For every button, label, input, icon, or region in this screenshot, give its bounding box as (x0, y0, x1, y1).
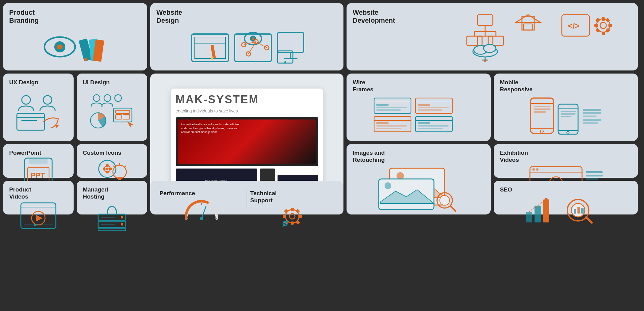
product-branding-card: Product Branding (3, 3, 147, 70)
svg-rect-195 (581, 208, 584, 214)
svg-rect-52 (602, 32, 605, 35)
svg-rect-125 (109, 168, 112, 170)
brand-tagline: enabling individuals to save lives (176, 108, 318, 113)
product-videos-icon (9, 200, 67, 231)
svg-line-130 (113, 166, 115, 167)
svg-rect-154 (586, 178, 598, 180)
seo-title: SEO (500, 186, 512, 193)
exhibition-videos-card: Exhibition Videos (494, 144, 638, 178)
product-branding-title: Product Branding (9, 9, 39, 25)
svg-rect-178 (283, 215, 286, 218)
svg-rect-193 (574, 209, 576, 214)
svg-marker-159 (36, 215, 43, 222)
svg-point-138 (385, 182, 391, 189)
svg-point-67 (115, 95, 121, 101)
svg-rect-86 (376, 122, 389, 124)
svg-rect-29 (477, 15, 493, 25)
product-branding-icons (9, 28, 141, 66)
svg-rect-91 (418, 122, 430, 124)
svg-rect-71 (123, 115, 130, 119)
wireframes-title: Wire Frames (353, 79, 374, 93)
svg-rect-176 (291, 208, 294, 211)
svg-point-60 (43, 96, 52, 104)
svg-marker-15 (211, 57, 214, 61)
custom-icons-card: Custom Icons (77, 144, 147, 178)
ui-design-icon (83, 86, 141, 137)
svg-point-170 (200, 217, 203, 220)
technical-support-title: Technical Support (250, 190, 334, 204)
svg-rect-187 (535, 206, 541, 222)
svg-rect-78 (376, 109, 401, 111)
svg-line-169 (201, 206, 206, 218)
managed-hosting-title: Managed Hosting (83, 186, 108, 200)
svg-point-161 (34, 224, 36, 226)
svg-line-143 (450, 206, 455, 211)
svg-rect-124 (103, 168, 105, 170)
exhibition-videos-title: Exhibition Videos (500, 150, 528, 164)
ux-design-title: UX Design (9, 79, 38, 86)
svg-rect-88 (376, 128, 401, 129)
svg-rect-14 (210, 44, 216, 59)
svg-text:</>: </> (568, 21, 580, 30)
ux-design-icon (9, 86, 67, 137)
svg-rect-180 (284, 209, 288, 213)
svg-point-189 (545, 198, 548, 201)
powerpoint-card: PowerPoint PPT (3, 144, 74, 178)
svg-rect-61 (17, 113, 44, 130)
svg-rect-164 (98, 228, 126, 231)
svg-rect-100 (534, 111, 546, 113)
svg-line-22 (256, 42, 267, 48)
managed-hosting-card: Managed Hosting (77, 181, 147, 214)
svg-point-142 (440, 195, 450, 205)
images-retouching-icon (353, 164, 485, 213)
svg-rect-70 (116, 115, 122, 119)
svg-rect-58 (595, 28, 600, 33)
svg-point-7 (84, 58, 87, 61)
wireframes-card: Wire Frames (347, 74, 491, 141)
svg-point-165 (121, 216, 123, 218)
svg-rect-54 (608, 24, 612, 27)
svg-rect-122 (106, 164, 109, 167)
svg-rect-98 (534, 106, 550, 107)
svg-point-10 (252, 37, 254, 40)
svg-rect-77 (376, 107, 407, 108)
svg-rect-108 (583, 109, 601, 111)
svg-line-131 (124, 166, 126, 167)
svg-rect-123 (106, 171, 109, 173)
website-design-title: Website Design (156, 9, 182, 25)
svg-rect-152 (586, 171, 603, 173)
svg-rect-36 (477, 36, 493, 45)
product-videos-title: Product Videos (9, 186, 31, 200)
svg-point-46 (484, 59, 486, 62)
svg-text:PPT: PPT (31, 171, 45, 180)
svg-rect-69 (116, 110, 130, 113)
svg-rect-35 (467, 36, 482, 45)
wireframes-icon (353, 93, 485, 137)
seo-card: SEO (494, 181, 638, 214)
svg-rect-106 (561, 113, 576, 115)
performance-title: Performance (159, 190, 243, 197)
website-dev-title: Website Development (353, 9, 446, 25)
website-dev-card: Website Development (347, 3, 638, 70)
website-design-card: Website Design (150, 3, 343, 70)
performance-card: Performance (150, 181, 343, 214)
svg-rect-40 (523, 24, 533, 30)
svg-point-28 (284, 61, 286, 63)
svg-rect-53 (594, 24, 598, 27)
product-videos-card: Product Videos (3, 181, 74, 214)
mobile-responsive-icon (500, 93, 632, 137)
website-design-icons (156, 28, 337, 68)
svg-point-65 (93, 95, 100, 101)
svg-rect-82 (418, 107, 449, 108)
svg-rect-153 (586, 175, 603, 176)
svg-point-104 (567, 131, 569, 134)
svg-rect-24 (278, 32, 304, 52)
svg-rect-111 (583, 119, 601, 121)
svg-rect-194 (577, 207, 580, 214)
svg-point-147 (536, 168, 539, 171)
brand-name: MAK-SYSTEM (176, 93, 259, 106)
svg-rect-99 (534, 108, 550, 110)
svg-rect-93 (418, 128, 443, 129)
svg-rect-92 (418, 125, 449, 127)
svg-rect-87 (376, 125, 407, 127)
